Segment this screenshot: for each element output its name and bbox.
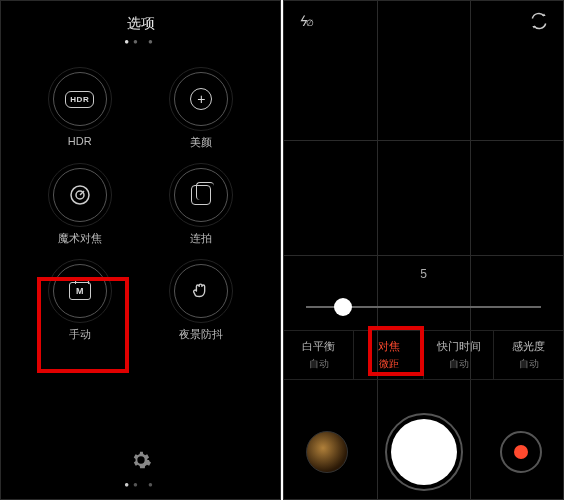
topbar: ϟ∅ bbox=[284, 1, 563, 41]
options-screen: 选项 ●● ● HDR HDR + 美颜 魔术对焦 连拍 bbox=[0, 0, 281, 500]
param-white-balance[interactable]: 白平衡 自动 bbox=[284, 331, 354, 379]
settings-button[interactable] bbox=[130, 449, 152, 471]
record-button[interactable] bbox=[500, 431, 542, 473]
capture-controls bbox=[284, 419, 563, 485]
manual-icon: M bbox=[53, 264, 107, 318]
option-night[interactable]: 夜景防抖 bbox=[159, 264, 245, 342]
param-value: 自动 bbox=[424, 357, 493, 371]
center-value: 5 bbox=[284, 267, 563, 281]
option-hdr[interactable]: HDR HDR bbox=[37, 72, 123, 150]
option-magic-focus[interactable]: 魔术对焦 bbox=[37, 168, 123, 246]
param-shutter[interactable]: 快门时间 自动 bbox=[424, 331, 494, 379]
param-title: 快门时间 bbox=[424, 339, 493, 354]
camera-manual-screen: ϟ∅ 5 白平衡 自动 对焦 微距 快门时间 自动 感光度 自动 bbox=[283, 0, 564, 500]
param-value: 自动 bbox=[494, 357, 563, 371]
option-label: 魔术对焦 bbox=[58, 231, 102, 246]
option-label: 手动 bbox=[69, 327, 91, 342]
option-label: 夜景防抖 bbox=[179, 327, 223, 342]
gear-icon bbox=[130, 449, 152, 471]
option-manual[interactable]: M 手动 bbox=[37, 264, 123, 342]
value-slider[interactable] bbox=[306, 297, 541, 317]
param-iso[interactable]: 感光度 自动 bbox=[494, 331, 563, 379]
option-label: HDR bbox=[68, 135, 92, 147]
gallery-thumbnail[interactable] bbox=[306, 431, 348, 473]
param-title: 对焦 bbox=[354, 339, 423, 354]
manual-params: 白平衡 自动 对焦 微距 快门时间 自动 感光度 自动 bbox=[284, 330, 563, 380]
pager-bottom: ●● ● bbox=[1, 480, 280, 489]
hdr-icon: HDR bbox=[53, 72, 107, 126]
param-value: 自动 bbox=[284, 357, 353, 371]
option-burst[interactable]: 连拍 bbox=[159, 168, 245, 246]
param-focus[interactable]: 对焦 微距 bbox=[354, 331, 424, 379]
option-label: 连拍 bbox=[190, 231, 212, 246]
pager-top: ●● ● bbox=[1, 37, 280, 46]
switch-camera-icon bbox=[529, 11, 549, 31]
shutter-button[interactable] bbox=[391, 419, 457, 485]
svg-point-0 bbox=[71, 186, 89, 204]
svg-point-1 bbox=[76, 191, 84, 199]
param-value: 微距 bbox=[354, 357, 423, 371]
switch-camera-button[interactable] bbox=[529, 11, 549, 31]
hand-icon bbox=[174, 264, 228, 318]
options-grid: HDR HDR + 美颜 魔术对焦 连拍 M 手动 bbox=[1, 46, 280, 342]
slider-thumb[interactable] bbox=[334, 298, 352, 316]
magic-focus-icon bbox=[53, 168, 107, 222]
option-label: 美颜 bbox=[190, 135, 212, 150]
param-title: 白平衡 bbox=[284, 339, 353, 354]
option-beauty[interactable]: + 美颜 bbox=[159, 72, 245, 150]
flash-toggle[interactable]: ϟ∅ bbox=[298, 12, 313, 30]
flash-off-icon: ϟ∅ bbox=[298, 13, 313, 29]
beauty-icon: + bbox=[174, 72, 228, 126]
page-title: 选项 bbox=[1, 1, 280, 37]
burst-icon bbox=[174, 168, 228, 222]
param-title: 感光度 bbox=[494, 339, 563, 354]
